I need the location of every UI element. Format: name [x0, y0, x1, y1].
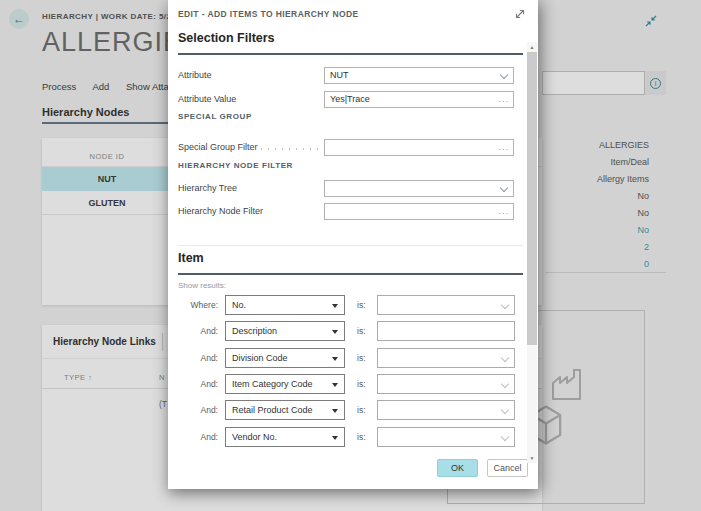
attribute-value-text: Yes|Trace — [330, 94, 370, 104]
cancel-button[interactable]: Cancel — [487, 459, 528, 477]
chevron-down-icon[interactable] — [501, 380, 509, 388]
show-results-label: Show results: — [178, 281, 226, 290]
item-filter-row: And: Vendor No. is: — [178, 427, 523, 447]
attribute-value-text: NUT — [330, 70, 349, 80]
conjunction-label: And: — [178, 379, 218, 389]
section-divider — [178, 245, 523, 246]
expand-icon — [512, 6, 528, 22]
item-filter-row: And: Item Category Code is: — [178, 374, 523, 394]
is-label: is: — [357, 405, 366, 415]
scroll-down-icon[interactable]: ▼ — [527, 454, 537, 462]
assist-edit-icon[interactable]: ... — [498, 204, 509, 219]
field-label: Attribute — [178, 70, 212, 80]
filter-field-text: Vendor No. — [232, 432, 277, 442]
select-arrow-icon — [332, 304, 338, 308]
heading-rule — [178, 53, 523, 55]
filter-value-combobox[interactable] — [377, 427, 515, 447]
filter-value-combobox[interactable] — [377, 295, 515, 315]
ok-button[interactable]: OK — [437, 459, 478, 477]
field-label: Hierarchy Node Filter — [178, 206, 263, 216]
conjunction-label: And: — [178, 405, 218, 415]
filter-field-text: Item Category Code — [232, 379, 313, 389]
is-label: is: — [357, 300, 366, 310]
conjunction-label: Where: — [178, 300, 218, 310]
assist-edit-icon[interactable]: ... — [498, 92, 509, 107]
is-label: is: — [357, 326, 366, 336]
filter-value-combobox[interactable] — [377, 348, 515, 368]
heading-rule — [178, 273, 523, 275]
item-heading: Item — [178, 251, 204, 265]
dialog-scrollbar[interactable]: ▲ ▼ — [527, 42, 537, 463]
chevron-down-icon[interactable] — [501, 301, 509, 309]
field-row-attribute: Attribute NUT — [178, 67, 523, 84]
field-row-attribute-value: Attribute Value Yes|Trace ... — [178, 91, 523, 108]
item-filter-row: And: Description is: — [178, 321, 523, 341]
filter-field-select[interactable]: Retail Product Code — [225, 400, 345, 420]
filter-field-select[interactable]: Item Category Code — [225, 374, 345, 394]
filter-value-input[interactable] — [377, 321, 515, 341]
conjunction-label: And: — [178, 353, 218, 363]
conjunction-label: And: — [178, 326, 218, 336]
chevron-down-icon[interactable] — [501, 354, 509, 362]
filter-field-text: No. — [232, 300, 246, 310]
item-filter-row: Where: No. is: — [178, 295, 523, 315]
scrollbar-thumb[interactable] — [527, 52, 537, 345]
special-group-header: SPECIAL GROUP — [178, 112, 252, 121]
filter-value-combobox[interactable] — [377, 374, 515, 394]
item-filter-row: And: Retail Product Code is: — [178, 400, 523, 420]
edit-add-items-dialog: EDIT - ADD ITEMS TO HIERARCHY NODE Selec… — [168, 0, 538, 489]
filter-field-select[interactable]: No. — [225, 295, 345, 315]
chevron-down-icon[interactable] — [500, 184, 508, 192]
field-row-hierarchy-tree: Hierarchy Tree — [178, 180, 523, 197]
select-arrow-icon — [332, 330, 338, 334]
selection-filters-heading: Selection Filters — [178, 31, 275, 45]
attribute-dropdown[interactable]: NUT — [324, 67, 514, 84]
field-label: Attribute Value — [178, 94, 236, 104]
select-arrow-icon — [332, 383, 338, 387]
is-label: is: — [357, 432, 366, 442]
dotted-leader — [258, 147, 320, 151]
filter-field-select[interactable]: Description — [225, 321, 345, 341]
field-label: Hierarchy Tree — [178, 183, 237, 193]
chevron-down-icon[interactable] — [500, 71, 508, 79]
special-group-filter-input[interactable]: ... — [324, 139, 514, 156]
assist-edit-icon[interactable]: ... — [498, 140, 509, 155]
filter-field-text: Description — [232, 326, 277, 336]
field-label: Special Group Filter — [178, 142, 258, 152]
is-label: is: — [357, 379, 366, 389]
chevron-down-icon[interactable] — [501, 406, 509, 414]
hierarchy-node-filter-header: HIERARCHY NODE FILTER — [178, 161, 293, 170]
hierarchy-tree-dropdown[interactable] — [324, 180, 514, 197]
filter-field-select[interactable]: Division Code — [225, 348, 345, 368]
scroll-up-icon[interactable]: ▲ — [527, 43, 537, 51]
chevron-down-icon[interactable] — [501, 433, 509, 441]
conjunction-label: And: — [178, 432, 218, 442]
field-row-special-group-filter: Special Group Filter ... — [178, 139, 523, 156]
filter-field-text: Division Code — [232, 353, 288, 363]
select-arrow-icon — [332, 436, 338, 440]
hierarchy-node-filter-input[interactable]: ... — [324, 203, 514, 220]
dialog-title: EDIT - ADD ITEMS TO HIERARCHY NODE — [178, 9, 359, 19]
select-arrow-icon — [332, 409, 338, 413]
screen: ← HIERARCHY | WORK DATE: 5/21/2 ALLERGIE… — [0, 0, 701, 511]
filter-field-select[interactable]: Vendor No. — [225, 427, 345, 447]
is-label: is: — [357, 353, 366, 363]
select-arrow-icon — [332, 357, 338, 361]
field-row-hierarchy-node-filter: Hierarchy Node Filter ... — [178, 203, 523, 220]
filter-value-combobox[interactable] — [377, 400, 515, 420]
filter-field-text: Retail Product Code — [232, 405, 313, 415]
expand-dialog-button[interactable] — [512, 6, 528, 22]
attribute-value-input[interactable]: Yes|Trace ... — [324, 91, 514, 108]
item-filter-row: And: Division Code is: — [178, 348, 523, 368]
